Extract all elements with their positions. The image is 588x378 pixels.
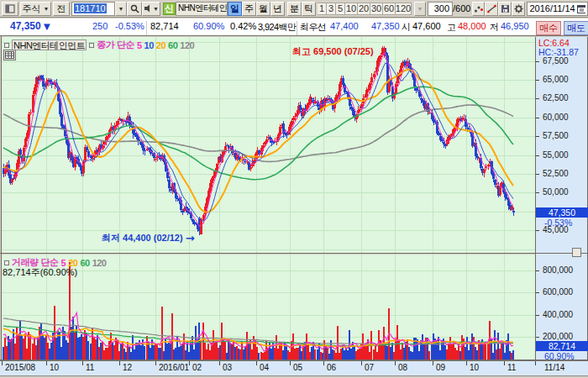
price-axis-label: 52,500 [543,169,569,178]
ma5-label: 5 [137,40,142,50]
price-axis-label: 67,500 [543,56,569,66]
period-tick-button[interactable]: 틱 [302,2,316,16]
ma60-label: 60 [168,40,177,50]
sound-icon[interactable]: ▼ [142,2,160,16]
timeline-tick [82,361,83,365]
legend-toggle-icon3[interactable] [4,260,9,265]
timeline-tick [256,361,257,365]
axis-tick [536,337,539,338]
panel-expand-icon[interactable] [572,248,581,257]
axis-tick [536,155,539,156]
count-10-button[interactable]: 10 [345,3,358,15]
timeline-month-label: 10 [50,363,59,372]
timeline-month-label: 11 [507,363,516,372]
date-field[interactable]: 2016/11/14 [527,2,587,16]
timeline-month-label: 11 [86,363,94,372]
count-1-button[interactable]: 1 [318,3,327,15]
timeline-tick [466,361,467,365]
bar-total-label: /600 [453,3,470,13]
timeline-month-label: 2015/08 [5,363,35,372]
timeline-month-label: 07 [365,363,374,372]
timeline-month-label: 10 [470,363,479,372]
high-label: 고 [447,21,456,34]
low-price: 46,950 [501,21,529,31]
timeline-tick [290,361,291,365]
timeline-tick [119,361,120,365]
period-day-button[interactable]: 일 [228,2,242,16]
stock-type-dropdown[interactable]: 주식▼ [20,2,51,16]
volume-axis-label: 400,000 [543,310,573,319]
period-year-button[interactable]: 년 [270,2,285,16]
timeline-tick [155,361,156,365]
search-icon[interactable] [127,2,142,16]
legend-toggle-icon2[interactable] [89,43,94,48]
gear-icon[interactable] [512,2,525,16]
volume-summary: 82,714주(60.90%) [3,266,77,279]
timeline-month-label: 08 [398,363,407,372]
down-triangle-icon: ▼ [44,22,50,31]
legend-toggle-icon[interactable] [4,43,9,48]
period-week-button[interactable]: 주 [242,2,256,16]
axis-tick [536,192,539,193]
legend-stock-name: NHN엔터테인먼트 [12,39,87,50]
vma120-label: 120 [92,258,107,268]
timeline-tick [504,361,505,365]
current-price: 47,350 ▼ [10,20,50,32]
timeline-month-label: 09 [436,363,445,372]
volume-marker: 82,714 [536,341,588,351]
buy-button[interactable]: 매수 [536,21,561,35]
trendline-icon[interactable] [485,2,498,16]
count-3-button[interactable]: 3 [327,3,336,15]
timeline-month-label: 06 [327,363,336,372]
arrow-right-icon: → [186,232,195,244]
chevron-down-icon: ▼ [44,6,50,12]
count-60-button[interactable]: 60 [383,3,396,15]
compare-chart-icon[interactable] [472,2,485,16]
new-stock-badge: 신 [163,3,176,15]
jeon-button[interactable]: 전 [53,2,70,16]
current-price-marker: 47,350 [536,207,588,218]
timeline-tick [219,361,220,365]
period-minute-button[interactable]: 분 [287,2,302,16]
count-120-button[interactable]: 120 [396,3,412,15]
open-label: 시 [402,21,411,34]
ma10-label: 10 [144,40,154,50]
high-price: 48,000 [458,21,486,31]
price-axis-label: 50,000 [543,187,569,197]
volume-axis-label: 600,000 [543,287,573,297]
stock-code-input[interactable]: 181710 [71,2,115,16]
sell-button[interactable]: 매도 [564,21,588,35]
timeline-month-label: 12 [123,363,132,372]
bar-count-input[interactable]: 300 [428,2,453,16]
axis-tick [536,118,539,118]
save-icon[interactable] [498,2,512,16]
period-month-button[interactable]: 월 [256,2,270,16]
ma20-label: 20 [156,40,165,50]
axis-tick [536,270,539,271]
price-change: 250 [92,21,108,31]
legend-type: 종가 단순 [97,39,134,51]
count-30-button[interactable]: 30 [370,3,383,15]
volume-axis-label: 800,000 [543,265,573,275]
count-5-button[interactable]: 5 [336,3,345,15]
low-label: 저 [490,21,499,34]
open-price: 47,600 [412,21,441,31]
window-flip-icon[interactable] [2,2,18,16]
calendar-icon [577,4,585,13]
count-20-button[interactable]: 20 [358,3,370,15]
timeline-month-label: 05 [293,363,302,372]
data-table-icon[interactable] [3,50,16,60]
price-change-pct: -0.53% [115,21,144,31]
price-legend: NHN엔터테인먼트 종가 단순 5 10 20 60 120 [4,39,194,51]
quote-divider [146,21,147,35]
timeline-tick [323,361,324,365]
best-ask: 47,400 [330,21,359,31]
timeline-tick [2,361,3,365]
price-axis-label: 55,000 [543,150,569,160]
axis-tick [536,98,539,99]
price-axis-label: 57,500 [543,131,569,140]
timeline-current-date: 11/14 [544,363,564,372]
code-dropdown-icon[interactable]: ▼ [115,2,127,16]
volume-ratio: 60.90% [193,21,224,31]
main-toolbar: 주식▼ 전 181710 ▼ ▼ 신 NHN엔터테인먼트 일 주 월 년 분 틱… [0,0,588,18]
